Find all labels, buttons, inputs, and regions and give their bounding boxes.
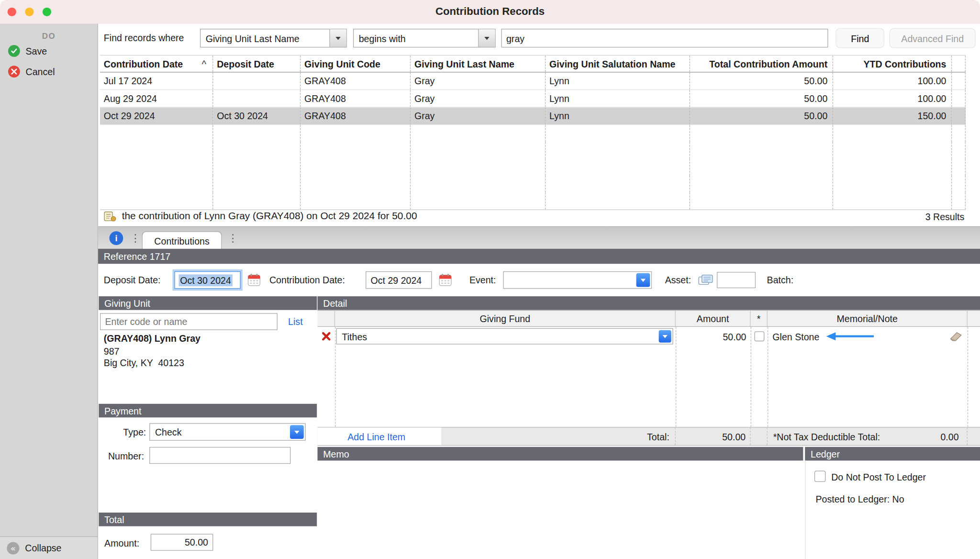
event-dropdown[interactable] — [503, 271, 652, 289]
do-not-post-checkbox[interactable] — [814, 471, 826, 482]
table-row-selected[interactable]: Oct 29 2024 Oct 30 2024 GRAY408 Gray Lyn… — [100, 108, 966, 125]
deposit-date-value: Oct 30 2024 — [179, 274, 233, 286]
find-records-label: Find records where — [104, 24, 184, 53]
dropdown-arrow-icon[interactable] — [329, 29, 346, 47]
find-bar: Find records where Giving Unit Last Name… — [98, 24, 980, 53]
asset-lookup-icon[interactable] — [698, 274, 713, 286]
cell-contribution-date: Jul 17 2024 — [100, 73, 213, 89]
reference-label: Reference 1717 — [104, 251, 170, 261]
asset-input[interactable] — [717, 272, 756, 288]
column-header-giving-unit-code[interactable]: Giving Unit Code — [301, 56, 411, 72]
not-tax-deductible-total-label: *Not Tax Deductible Total: — [773, 431, 880, 442]
minimize-window-icon[interactable] — [25, 8, 33, 16]
detail-grid-header: Giving Fund Amount * Memorial/Note — [318, 310, 980, 327]
contribution-record-icon — [104, 211, 116, 222]
contribution-date-input[interactable] — [366, 271, 432, 289]
info-icon[interactable]: i — [110, 231, 123, 245]
calendar-icon[interactable] — [439, 273, 452, 286]
deposit-date-input[interactable]: Oct 30 2024 — [174, 271, 240, 289]
memorial-note-cell[interactable]: Glen Stone — [768, 327, 968, 346]
dropdown-arrow-icon[interactable] — [290, 425, 304, 439]
column-header-amount: Amount — [676, 311, 751, 326]
column-header-ytd[interactable]: YTD Contributions — [833, 56, 952, 72]
cell-last-name: Gray — [411, 108, 546, 124]
empty-row — [100, 125, 966, 142]
cell-salutation: Lynn — [546, 90, 690, 107]
calendar-icon[interactable] — [247, 273, 260, 286]
cell-code: GRAY408 — [301, 108, 411, 124]
cell-code: GRAY408 — [301, 90, 411, 107]
drag-handle-icon[interactable]: ⋮ — [227, 232, 237, 245]
dropdown-arrow-icon[interactable] — [659, 330, 671, 343]
cell-salutation: Lynn — [546, 108, 690, 124]
dropdown-arrow-icon[interactable] — [478, 29, 495, 47]
table-row[interactable]: Jul 17 2024 GRAY408 Gray Lynn 50.00 100.… — [100, 73, 966, 90]
reference-band: Reference 1717 — [98, 249, 980, 264]
results-table: Contribution Date ^ Deposit Date Giving … — [100, 55, 966, 210]
column-header-total-amount[interactable]: Total Contribution Amount — [690, 56, 833, 72]
sort-ascending-icon: ^ — [202, 58, 206, 69]
giving-unit-address-line1: 987 — [104, 346, 120, 356]
selection-status-bar: the contribution of Lynn Gray (GRAY408) … — [100, 206, 980, 226]
column-header-last-name[interactable]: Giving Unit Last Name — [411, 56, 546, 72]
find-button[interactable]: Find — [835, 28, 884, 48]
find-search-input[interactable] — [501, 29, 828, 47]
drag-handle-icon[interactable]: ⋮ — [130, 232, 140, 245]
collapse-sidebar-button[interactable]: « Collapse — [0, 537, 98, 559]
find-operator-dropdown[interactable]: begins with — [353, 29, 496, 47]
cell-last-name: Gray — [411, 73, 546, 89]
add-line-item-link[interactable]: Add Line Item — [347, 431, 405, 442]
table-row[interactable]: Aug 29 2024 GRAY408 Gray Lynn 50.00 100.… — [100, 90, 966, 108]
cell-amount: 50.00 — [690, 73, 833, 89]
detail-grid-footer: Add Line Item Total: 50.00 *Not Tax Dedu… — [318, 427, 980, 446]
cancel-button[interactable]: Cancel — [0, 61, 98, 82]
detail-line-item[interactable]: Tithes 50.00 Glen Stone — [318, 327, 980, 346]
memo-text-area[interactable] — [318, 461, 803, 559]
dropdown-arrow-icon[interactable] — [636, 273, 650, 287]
cell-amount: 50.00 — [690, 108, 833, 124]
giving-unit-list-link[interactable]: List — [288, 316, 302, 327]
not-tax-deductible-total-value: 0.00 — [940, 431, 958, 442]
zoom-window-icon[interactable] — [43, 8, 51, 16]
total-panel: Amount: — [99, 526, 317, 559]
giving-unit-address-line2: Big City, KY 40123 — [104, 358, 184, 368]
find-field-dropdown[interactable]: Giving Unit Last Name — [200, 29, 347, 47]
collapse-label: Collapse — [25, 543, 61, 553]
line-item-amount[interactable]: 50.00 — [676, 327, 751, 346]
contribution-date-label: Contribution Date: — [269, 264, 345, 296]
posted-to-ledger-text: Posted to Ledger: No — [815, 494, 904, 504]
ledger-panel: Do Not Post To Ledger Posted to Ledger: … — [805, 461, 980, 559]
payment-type-label: Type: — [123, 427, 146, 437]
column-header-contribution-date[interactable]: Contribution Date ^ — [100, 56, 213, 72]
not-tax-deductible-checkbox[interactable] — [754, 331, 764, 341]
column-header-spacer — [952, 56, 966, 72]
tab-label: Contributions — [154, 235, 209, 246]
cancel-x-icon — [8, 66, 20, 78]
save-button[interactable]: Save — [0, 41, 98, 61]
memo-header: Memo — [318, 447, 803, 461]
payment-number-input[interactable] — [149, 447, 290, 464]
results-table-header: Contribution Date ^ Deposit Date Giving … — [100, 55, 966, 73]
do-not-post-label: Do Not Post To Ledger — [831, 472, 926, 482]
column-header-not-deductible: * — [751, 311, 768, 326]
delete-line-item-button[interactable] — [318, 327, 335, 346]
payment-type-dropdown[interactable]: Check — [149, 423, 306, 441]
cell-salutation: Lynn — [546, 73, 690, 89]
total-amount-label: Amount: — [104, 537, 139, 548]
total-amount-input[interactable] — [151, 534, 213, 550]
giving-fund-dropdown[interactable]: Tithes — [336, 328, 673, 345]
giving-unit-name: (GRAY408) Lynn Gray — [104, 333, 200, 344]
giving-unit-search-input[interactable] — [100, 313, 278, 330]
column-header-salutation[interactable]: Giving Unit Salutation Name — [546, 56, 690, 72]
batch-label: Batch: — [767, 264, 794, 296]
tab-contributions[interactable]: Contributions — [142, 231, 222, 249]
note-icon[interactable] — [949, 331, 963, 341]
column-header-delete — [318, 311, 335, 326]
advanced-find-button[interactable]: Advanced Find — [890, 28, 976, 48]
cell-contribution-date: Aug 29 2024 — [100, 90, 213, 107]
empty-row — [100, 176, 966, 192]
cell-contribution-date: Oct 29 2024 — [100, 108, 213, 124]
main-area: Find records where Giving Unit Last Name… — [98, 24, 980, 559]
close-window-icon[interactable] — [8, 8, 16, 16]
column-header-deposit-date[interactable]: Deposit Date — [213, 56, 301, 72]
